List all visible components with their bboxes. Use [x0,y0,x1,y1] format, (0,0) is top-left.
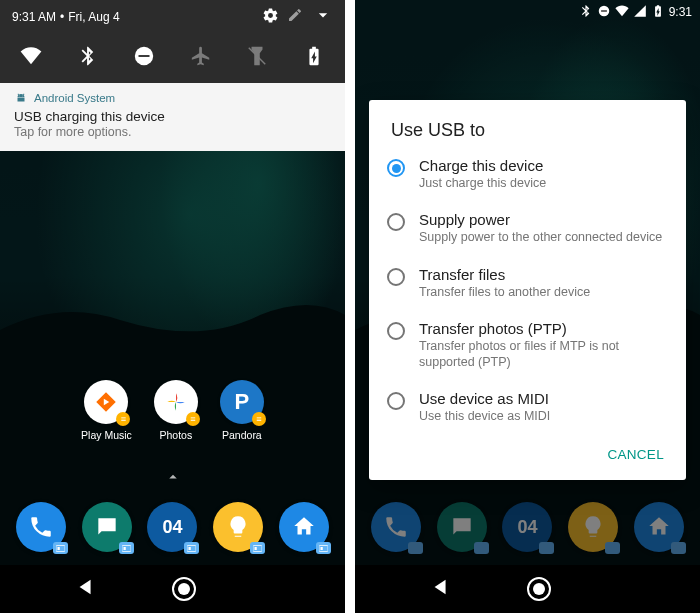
app-label: Play Music [81,429,132,441]
status-separator: • [60,10,64,24]
usb-option-midi[interactable]: Use device as MIDI Use this device as MI… [369,380,686,434]
app-label: Pandora [222,429,262,441]
usb-option-transfer-files[interactable]: Transfer files Transfer files to another… [369,256,686,310]
svg-rect-7 [189,547,191,550]
status-time: 9:31 [669,5,692,19]
svg-rect-8 [253,545,262,551]
navigation-bar [0,565,345,613]
status-date: Fri, Aug 4 [68,10,119,24]
notification-app-name: Android System [34,92,115,104]
app-photos[interactable]: ≡ Photos [154,380,198,441]
wifi-icon [615,4,629,21]
radio-icon[interactable] [387,213,405,231]
signal-icon [633,4,647,21]
widget-badge-icon [184,542,199,554]
usb-option-charge[interactable]: Charge this device Just charge this devi… [369,147,686,201]
app-label: Photos [160,429,193,441]
usb-dialog: Use USB to Charge this device Just charg… [369,100,686,480]
notification-app-row: Android System [14,91,331,105]
dock-home[interactable] [279,502,329,552]
app-pandora[interactable]: P ≡ Pandora [220,380,264,441]
svg-rect-13 [601,10,607,11]
quick-settings-panel: 9:31 AM • Fri, Aug 4 [0,0,345,83]
option-label: Charge this device [419,157,664,174]
svg-rect-4 [122,545,131,551]
left-screenshot: 9:31 AM • Fri, Aug 4 [0,0,345,613]
flashlight-icon[interactable] [244,43,270,69]
radio-icon[interactable] [387,392,405,410]
svg-rect-10 [319,545,328,551]
svg-rect-5 [123,547,125,550]
option-sub: Just charge this device [419,175,664,191]
notification-subtitle: Tap for more options. [14,125,331,139]
dnd-icon[interactable] [131,43,157,69]
nav-home[interactable] [527,577,551,601]
navigation-bar [355,565,700,613]
cancel-button[interactable]: CANCEL [595,439,676,470]
airplane-icon[interactable] [188,43,214,69]
option-label: Transfer files [419,266,664,283]
apps-row: ≡ Play Music ≡ Photos P ≡ Pandora [0,380,345,441]
sd-badge-icon: ≡ [186,412,200,426]
option-label: Use device as MIDI [419,390,664,407]
status-time: 9:31 AM [12,10,56,24]
usb-option-ptp[interactable]: Transfer photos (PTP) Transfer photos or… [369,310,686,381]
widget-badge-icon [316,542,331,554]
option-sub: Transfer photos or files if MTP is not s… [419,338,664,371]
dialog-title: Use USB to [369,120,686,147]
dock-bulb[interactable] [213,502,263,552]
nav-home[interactable] [172,577,196,601]
usb-option-supply-power[interactable]: Supply power Supply power to the other c… [369,201,686,255]
battery-charging-icon[interactable] [301,43,327,69]
dnd-icon [597,4,611,21]
app-drawer-handle[interactable] [164,468,182,490]
widget-badge-icon [119,542,134,554]
option-label: Supply power [419,211,664,228]
dock-messages[interactable] [82,502,132,552]
bluetooth-icon[interactable] [75,43,101,69]
widget-badge-icon [250,542,265,554]
svg-rect-2 [56,545,65,551]
nav-back[interactable] [75,576,97,602]
battery-charging-icon [651,4,665,21]
android-system-icon [14,91,28,105]
dock-phone[interactable] [16,502,66,552]
sd-badge-icon: ≡ [116,412,130,426]
svg-rect-3 [57,547,59,550]
nav-back[interactable] [430,576,452,602]
radio-icon[interactable] [387,159,405,177]
app-play-music[interactable]: ≡ Play Music [81,380,132,441]
dialog-actions: CANCEL [369,435,686,474]
quick-settings-row [0,33,345,83]
status-bar: 9:31 [355,0,700,24]
widget-badge-icon [53,542,68,554]
svg-rect-1 [139,55,150,57]
option-sub: Supply power to the other connected devi… [419,229,664,245]
dock: 04 [0,488,345,566]
calendar-day: 04 [162,517,182,538]
option-sub: Use this device as MIDI [419,408,664,424]
radio-icon[interactable] [387,322,405,340]
settings-icon[interactable] [262,7,279,27]
status-bar: 9:31 AM • Fri, Aug 4 [0,0,345,33]
dock-calendar[interactable]: 04 [147,502,197,552]
svg-rect-9 [255,547,257,550]
expand-icon[interactable] [313,5,333,28]
wifi-icon[interactable] [18,43,44,69]
right-screenshot: 9:31 04 Use USB to [355,0,700,613]
notification-card[interactable]: Android System USB charging this device … [0,83,345,151]
bluetooth-icon [579,4,593,21]
notification-title: USB charging this device [14,109,331,124]
radio-icon[interactable] [387,268,405,286]
option-label: Transfer photos (PTP) [419,320,664,337]
option-sub: Transfer files to another device [419,284,664,300]
edit-icon[interactable] [287,7,303,26]
svg-rect-6 [187,545,196,551]
svg-rect-11 [321,547,323,550]
sd-badge-icon: ≡ [252,412,266,426]
